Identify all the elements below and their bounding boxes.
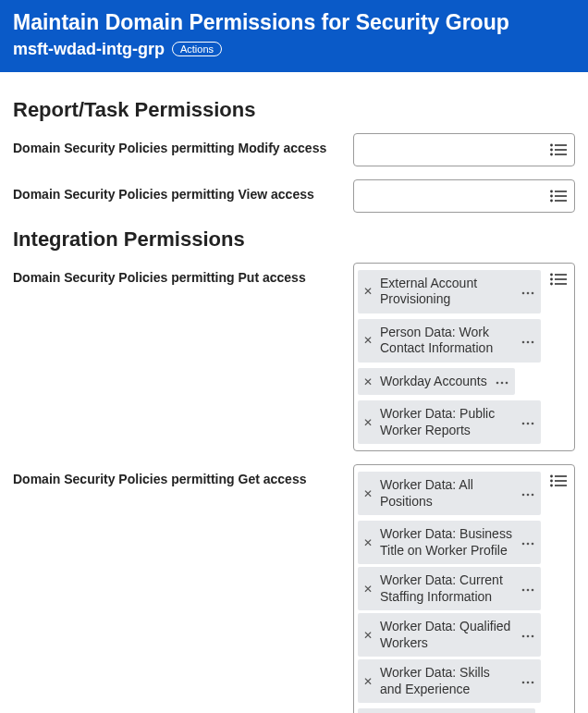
- svg-point-49: [527, 682, 530, 684]
- field-view-access: Domain Security Policies permitting View…: [13, 179, 575, 213]
- svg-point-9: [550, 190, 553, 192]
- remove-chip-icon[interactable]: ✕: [358, 623, 378, 647]
- remove-chip-icon[interactable]: ✕: [358, 411, 378, 435]
- section-title-integration: Integration Permissions: [13, 227, 575, 252]
- svg-point-22: [527, 340, 530, 343]
- put-access-input[interactable]: ✕External Account Provisioning✕Person Da…: [353, 263, 575, 452]
- svg-point-33: [550, 475, 553, 478]
- related-actions-icon[interactable]: [515, 582, 541, 596]
- prompt-list-icon[interactable]: [550, 143, 567, 160]
- remove-chip-icon[interactable]: ✕: [358, 279, 378, 303]
- selected-chip: ✕Worker Data: Current Staffing Informati…: [358, 567, 541, 610]
- selected-chip: ✕Worker Data: Qualified Workers: [358, 613, 541, 657]
- svg-point-28: [527, 423, 530, 425]
- svg-point-42: [522, 589, 525, 592]
- svg-point-16: [550, 277, 553, 280]
- selected-chip: ✕Person Data: Work Contact Information: [358, 319, 541, 363]
- prompt-list-icon[interactable]: [550, 474, 567, 491]
- related-actions-icon[interactable]: [515, 674, 541, 689]
- selected-chip: ✕Worker Data: Public Worker Reports: [358, 400, 541, 444]
- svg-point-17: [550, 282, 553, 285]
- svg-point-24: [496, 381, 498, 384]
- field-put-access: Domain Security Policies permitting Put …: [13, 263, 575, 452]
- view-access-input[interactable]: [353, 179, 575, 213]
- chip-label: Worker Data: Business Title on Worker Pr…: [378, 521, 515, 564]
- prompt-list-icon[interactable]: [550, 273, 567, 289]
- selected-chip: ✕Worker Data: Skills and Experience: [358, 659, 541, 703]
- related-actions-icon[interactable]: [515, 415, 541, 430]
- svg-point-48: [522, 682, 525, 684]
- remove-chip-icon[interactable]: ✕: [358, 670, 378, 694]
- svg-point-15: [550, 273, 553, 276]
- svg-point-3: [550, 143, 553, 146]
- svg-point-18: [522, 291, 525, 294]
- svg-point-38: [532, 494, 534, 497]
- svg-point-36: [522, 494, 525, 497]
- chip-label: External Account Provisioning: [378, 270, 515, 313]
- svg-point-40: [527, 543, 530, 546]
- chip-label: Worker Data: Public Worker Reports: [378, 400, 515, 444]
- svg-point-46: [527, 635, 530, 638]
- svg-point-39: [522, 543, 525, 546]
- svg-point-5: [550, 153, 553, 155]
- svg-point-20: [532, 291, 534, 294]
- field-modify-access: Domain Security Policies permitting Modi…: [13, 133, 575, 166]
- svg-point-25: [500, 381, 503, 384]
- svg-point-10: [550, 194, 553, 197]
- actions-button[interactable]: Actions: [172, 42, 222, 56]
- remove-chip-icon[interactable]: ✕: [358, 328, 378, 352]
- chip-label: Worker Data: All Positions: [378, 472, 515, 515]
- page-header: Maintain Domain Permissions for Security…: [0, 0, 588, 72]
- svg-point-43: [527, 589, 530, 592]
- chip-label: Workday Accounts: [378, 368, 489, 396]
- view-access-label: Domain Security Policies permitting View…: [13, 179, 353, 202]
- chip-label: Worker Data: Qualified Workers: [378, 613, 515, 657]
- svg-point-23: [532, 340, 534, 343]
- remove-chip-icon[interactable]: ✕: [358, 370, 378, 394]
- selected-chip: ✕Worker Data: Workers: [358, 708, 535, 713]
- related-actions-icon[interactable]: [515, 628, 541, 643]
- selected-chip: ✕Worker Data: All Positions: [358, 472, 541, 515]
- svg-point-45: [522, 635, 525, 638]
- svg-point-35: [550, 485, 553, 487]
- section-title-report-task: Report/Task Permissions: [13, 98, 575, 122]
- svg-point-41: [532, 543, 534, 546]
- related-actions-icon[interactable]: [515, 284, 541, 299]
- svg-point-19: [527, 291, 530, 294]
- modify-access-input[interactable]: [353, 133, 575, 166]
- chip-label: Worker Data: Skills and Experience: [378, 659, 515, 703]
- actions-label: Actions: [180, 43, 214, 55]
- svg-point-26: [505, 381, 508, 384]
- related-actions-icon[interactable]: [515, 333, 541, 348]
- remove-chip-icon[interactable]: ✕: [358, 577, 378, 601]
- related-actions-icon[interactable]: [515, 535, 541, 550]
- remove-chip-icon[interactable]: ✕: [358, 531, 378, 555]
- put-access-label: Domain Security Policies permitting Put …: [13, 263, 353, 285]
- remove-chip-icon[interactable]: ✕: [358, 482, 378, 506]
- svg-point-27: [522, 423, 525, 425]
- chip-label: Worker Data: Current Staffing Informatio…: [378, 567, 515, 610]
- field-get-access: Domain Security Policies permitting Get …: [13, 464, 575, 713]
- get-access-input[interactable]: ✕Worker Data: All Positions✕Worker Data:…: [353, 464, 575, 713]
- prompt-list-icon[interactable]: [550, 190, 567, 206]
- svg-point-50: [532, 682, 534, 684]
- svg-point-34: [550, 480, 553, 483]
- svg-point-29: [532, 423, 534, 425]
- svg-point-4: [550, 148, 553, 151]
- group-name: msft-wdad-intg-grp: [13, 40, 165, 59]
- modify-access-label: Domain Security Policies permitting Modi…: [13, 133, 353, 155]
- svg-point-11: [550, 199, 553, 202]
- selected-chip: ✕Worker Data: Business Title on Worker P…: [358, 521, 541, 564]
- related-actions-icon[interactable]: [489, 375, 515, 389]
- related-actions-icon[interactable]: [515, 486, 541, 501]
- page-content: Report/Task Permissions Domain Security …: [0, 72, 588, 713]
- page-title: Maintain Domain Permissions for Security…: [13, 9, 575, 36]
- svg-point-47: [532, 635, 534, 638]
- selected-chip: ✕External Account Provisioning: [358, 270, 541, 313]
- svg-point-44: [532, 589, 534, 592]
- chip-label: Worker Data: Workers: [378, 708, 509, 713]
- svg-point-37: [527, 494, 530, 497]
- chip-label: Person Data: Work Contact Information: [378, 319, 515, 363]
- selected-chip: ✕Workday Accounts: [358, 368, 515, 396]
- get-access-label: Domain Security Policies permitting Get …: [13, 464, 353, 486]
